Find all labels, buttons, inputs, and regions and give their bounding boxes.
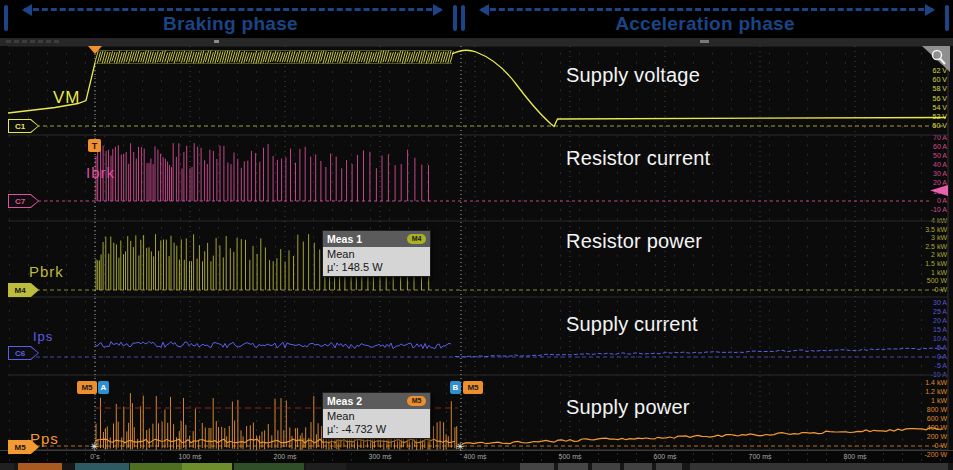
- scale-label: 5 A: [897, 344, 947, 352]
- scale-label: 25 A: [897, 308, 947, 316]
- scale-label: 50 V: [897, 122, 947, 130]
- meas-stat: Mean: [327, 248, 426, 261]
- scale-label: -10 A: [897, 371, 947, 379]
- scale-label: -10 A: [897, 206, 947, 214]
- gate-right-m5-badge[interactable]: M5: [463, 381, 483, 394]
- badge-label: M4: [8, 283, 32, 297]
- acceleration-phase-section: Acceleration phase: [461, 0, 949, 38]
- scale-label: 60 A: [897, 143, 947, 151]
- cursor-b-badge[interactable]: B: [450, 381, 461, 394]
- cursor-marker-icon[interactable]: ✳: [90, 442, 98, 452]
- oscilloscope-screenshot: Braking phase Acceleration phase T M5 A …: [0, 0, 953, 470]
- menubar-mark: [54, 40, 59, 43]
- scale-label: 1.2 kW: [897, 388, 947, 396]
- taskbar-segment: [520, 463, 554, 470]
- scale-label: 800 W: [897, 406, 947, 414]
- meas-source-badge: M4: [407, 234, 426, 244]
- scale-label: 0 A: [897, 197, 947, 205]
- badge-label: C7: [8, 194, 32, 208]
- scale-label: 1 kW: [897, 397, 947, 405]
- menubar-mark: [46, 40, 51, 43]
- scale-label: 1 kW: [897, 269, 947, 277]
- menubar-mark: [38, 40, 43, 43]
- menubar-mark: [30, 40, 35, 43]
- scale-label: 60 V: [897, 76, 947, 84]
- channel-annotation: Supply current: [566, 313, 698, 336]
- scale-label: -5 A: [897, 362, 947, 370]
- time-tick-label: 100 ms: [168, 453, 212, 460]
- acceleration-span-arrow: [481, 8, 933, 11]
- cursor-a-badge[interactable]: A: [98, 381, 109, 394]
- scale-label: 70 A: [897, 134, 947, 142]
- menubar-mark: [22, 40, 27, 43]
- scale-label: 40 A: [897, 161, 947, 169]
- scale-label: 10 A: [897, 188, 947, 196]
- taskbar-segment: [130, 463, 182, 470]
- taskbar-segment: [182, 463, 232, 470]
- scale-label: 1.4 kW: [897, 379, 947, 387]
- time-tick-label: 800 ms: [833, 453, 877, 460]
- scale-label: 30 A: [897, 299, 947, 307]
- meas-source-badge: M5: [407, 396, 426, 406]
- bottom-taskbar: [0, 463, 953, 470]
- menubar-mark: [214, 40, 219, 43]
- time-tick-label: 600 ms: [643, 453, 687, 460]
- scale-label: 0 W: [897, 286, 947, 294]
- phase-banner: Braking phase Acceleration phase: [0, 0, 953, 38]
- channel-label-ibrk: Ibrk: [86, 164, 115, 181]
- scale-label: 56 V: [897, 95, 947, 103]
- channel-annotation: Resistor power: [566, 230, 702, 253]
- scale-label: 400 W: [897, 424, 947, 432]
- scale-label: 2.5 kW: [897, 243, 947, 251]
- meas-value: µ': -4.732 W: [327, 423, 426, 436]
- time-tick-label: 700 ms: [738, 453, 782, 460]
- scale-label: 600 W: [897, 415, 947, 423]
- scale-label: -200 W: [897, 451, 947, 459]
- acceleration-phase-label: Acceleration phase: [461, 13, 949, 35]
- meas-stat: Mean: [327, 410, 426, 423]
- meas-value: µ': 148.5 W: [327, 261, 426, 274]
- scale-label: 30 A: [897, 170, 947, 178]
- taskbar-segment: [234, 463, 304, 470]
- time-tick-label: 200 ms: [263, 453, 307, 460]
- cursor-marker-icon[interactable]: ✳: [456, 442, 464, 452]
- time-tick-label: 400 ms: [453, 453, 497, 460]
- trigger-badge[interactable]: T: [88, 139, 101, 152]
- badge-label: C6: [8, 346, 32, 360]
- scale-label: 50 A: [897, 152, 947, 160]
- menubar-mark: [6, 40, 11, 43]
- badge-label: C1: [8, 119, 32, 133]
- taskbar-segment: [624, 463, 652, 470]
- taskbar-segment: [656, 463, 682, 470]
- menubar-mark: [14, 40, 19, 43]
- meas-title: Meas 2: [327, 395, 362, 407]
- scale-label: 3.5 kW: [897, 226, 947, 234]
- scale-label: 0 W: [897, 442, 947, 450]
- measurement-panel-meas1[interactable]: Meas 1 M4 Mean µ': 148.5 W: [322, 230, 431, 277]
- scale-label: 3 kW: [897, 234, 947, 242]
- channel-label-vm: VM: [53, 88, 81, 108]
- gate-left-m5-badge[interactable]: M5: [77, 381, 97, 394]
- taskbar-segment: [75, 463, 129, 470]
- channel-label-ips: Ips: [33, 329, 53, 344]
- scale-label: 54 V: [897, 104, 947, 112]
- scale-label: 200 W: [897, 433, 947, 441]
- scale-label: 2 kW: [897, 251, 947, 259]
- taskbar-segment: [592, 463, 620, 470]
- scale-label: 1.5 kW: [897, 260, 947, 268]
- channel-annotation: Supply power: [566, 396, 690, 419]
- braking-phase-section: Braking phase: [4, 0, 457, 38]
- taskbar-segment: [18, 463, 62, 470]
- channel-label-pbrk: Pbrk: [29, 263, 64, 280]
- scale-label: 15 A: [897, 326, 947, 334]
- scale-label: 20 A: [897, 179, 947, 187]
- measurement-panel-meas2[interactable]: Meas 2 M5 Mean µ': -4.732 W: [322, 392, 431, 439]
- scale-label: 0 A: [897, 353, 947, 361]
- menubar-mark: [700, 40, 709, 43]
- scale-label: 58 V: [897, 85, 947, 93]
- meas-title: Meas 1: [327, 233, 362, 245]
- time-tick-label: 500 ms: [548, 453, 592, 460]
- braking-phase-label: Braking phase: [4, 13, 457, 35]
- channel-annotation: Supply voltage: [566, 64, 700, 87]
- braking-span-arrow: [24, 8, 441, 11]
